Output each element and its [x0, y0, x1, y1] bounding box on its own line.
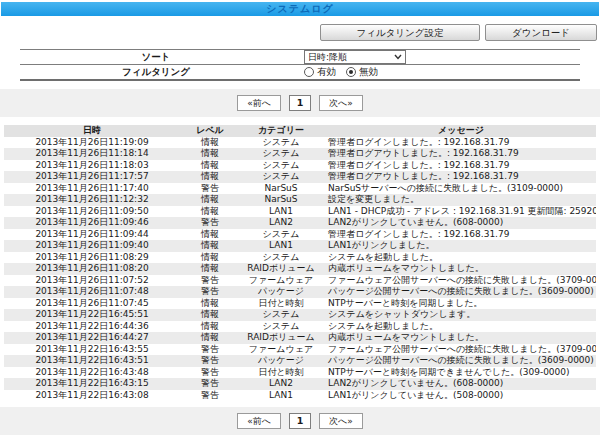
- log-level: 情報: [180, 137, 240, 149]
- log-message: 設定を変更しました。: [322, 194, 596, 206]
- log-date: 2013年11月22日16:44:27: [4, 332, 180, 344]
- log-category: パッケージ: [240, 286, 322, 298]
- log-level: 情報: [180, 229, 240, 241]
- log-message: LAN2がリンクしていません。(608-0000): [322, 378, 596, 390]
- log-category: システム: [240, 137, 322, 149]
- log-date: 2013年11月26日11:09:44: [4, 229, 180, 241]
- log-message: 管理者ログインしました。: 192.168.31.79: [322, 160, 596, 172]
- table-row: 2013年11月26日11:09:50 情報 LAN1 LAN1 - DHCP成…: [4, 206, 596, 218]
- log-category: 日付と時刻: [240, 298, 322, 310]
- filter-settings-button[interactable]: フィルタリング設定: [320, 24, 480, 41]
- log-category: NarSuS: [240, 183, 322, 195]
- log-message: ファームウェア公開サーバーへの接続に失敗しました。(3709-0000): [322, 275, 596, 287]
- pagination-top: «前へ 1 次へ»: [0, 89, 600, 117]
- col-header-category: カテゴリー: [240, 125, 322, 137]
- log-date: 2013年11月26日11:17:57: [4, 171, 180, 183]
- sort-select[interactable]: 日時:降順: [304, 50, 406, 64]
- filtering-row: フィルタリング 有効 無効: [20, 65, 580, 81]
- log-message: 内蔵ボリュームをマウントしました。: [322, 332, 596, 344]
- table-row: 2013年11月26日11:07:52 警告 ファームウェア ファームウェア公開…: [4, 275, 596, 287]
- log-date: 2013年11月26日11:19:09: [4, 137, 180, 149]
- log-message: LAN2がリンクしていません。(608-0000): [322, 217, 596, 229]
- log-message: NTPサーバーと時刻を同期できませんでした。(309-0000): [322, 367, 596, 379]
- table-row: 2013年11月22日16:44:36 情報 システム システムを起動しました。: [4, 321, 596, 333]
- log-message: LAN1 - DHCP成功 - アドレス : 192.168.31.91 更新間…: [322, 206, 596, 218]
- log-message: 内蔵ボリュームをマウントしました。: [322, 263, 596, 275]
- log-date: 2013年11月26日11:07:52: [4, 275, 180, 287]
- log-category: NarSuS: [240, 194, 322, 206]
- table-row: 2013年11月26日11:07:45 情報 日付と時刻 NTPサーバーと時刻を…: [4, 298, 596, 310]
- download-button[interactable]: ダウンロード: [485, 24, 597, 41]
- log-date: 2013年11月22日16:43:48: [4, 367, 180, 379]
- table-row: 2013年11月26日11:18:03 情報 システム 管理者ログインしました。…: [4, 160, 596, 172]
- table-row: 2013年11月26日11:19:09 情報 システム 管理者ログインしました。…: [4, 137, 596, 149]
- log-date: 2013年11月26日11:12:32: [4, 194, 180, 206]
- pagination-bottom: «前へ 1 次へ»: [0, 407, 600, 435]
- log-category: システム: [240, 309, 322, 321]
- log-message: システムを起動しました。: [322, 321, 596, 333]
- log-date: 2013年11月22日16:44:36: [4, 321, 180, 333]
- log-level: 情報: [180, 263, 240, 275]
- table-header-row: 日時 レベル カテゴリー メッセージ: [4, 125, 596, 137]
- log-message: NTPサーバーと時刻を同期しました。: [322, 298, 596, 310]
- log-level: 情報: [180, 309, 240, 321]
- table-row: 2013年11月26日11:08:20 情報 RAIDボリューム 内蔵ボリューム…: [4, 263, 596, 275]
- log-level: 情報: [180, 171, 240, 183]
- sort-row: ソート 日時:降順: [20, 50, 580, 65]
- log-category: ファームウェア: [240, 275, 322, 287]
- table-row: 2013年11月26日11:17:57 情報 システム 管理者ログアウトしました…: [4, 171, 596, 183]
- col-header-level: レベル: [180, 125, 240, 137]
- log-category: LAN2: [240, 217, 322, 229]
- log-level: 警告: [180, 275, 240, 287]
- current-page-box-bottom[interactable]: 1: [289, 413, 311, 429]
- log-date: 2013年11月26日11:07:48: [4, 286, 180, 298]
- log-message: 管理者ログインしました。: 192.168.31.79: [322, 137, 596, 149]
- log-message: LAN1がリンクしていません。(508-0000): [322, 390, 596, 402]
- log-category: RAIDボリューム: [240, 332, 322, 344]
- prev-page-button-bottom[interactable]: «前へ: [237, 413, 281, 429]
- log-date: 2013年11月26日11:09:50: [4, 206, 180, 218]
- next-page-button[interactable]: 次へ»: [319, 95, 363, 111]
- log-date: 2013年11月26日11:17:40: [4, 183, 180, 195]
- log-level: 情報: [180, 194, 240, 206]
- log-level: 情報: [180, 332, 240, 344]
- table-row: 2013年11月26日11:09:46 警告 LAN2 LAN2がリンクしていま…: [4, 217, 596, 229]
- page-title: システムログ: [1, 2, 599, 16]
- log-message: NarSuSサーバーへの接続に失敗しました。(3109-0000): [322, 183, 596, 195]
- sort-select-value: 日時:降順: [308, 51, 347, 64]
- log-level: 情報: [180, 148, 240, 160]
- filter-enabled-radio[interactable]: 有効: [304, 66, 336, 79]
- log-date: 2013年11月26日11:09:40: [4, 240, 180, 252]
- next-page-button-bottom[interactable]: 次へ»: [319, 413, 363, 429]
- log-message: システムを起動しました。: [322, 252, 596, 264]
- table-row: 2013年11月22日16:43:15 警告 LAN2 LAN2がリンクしていま…: [4, 378, 596, 390]
- log-options-form: ソート 日時:降順 フィルタリング 有効 無効: [20, 49, 580, 81]
- table-row: 2013年11月22日16:43:55 警告 ファームウェア ファームウェア公開…: [4, 344, 596, 356]
- table-row: 2013年11月22日16:43:08 警告 LAN1 LAN1がリンクしていま…: [4, 390, 596, 402]
- log-category: LAN1: [240, 390, 322, 402]
- log-category: ファームウェア: [240, 344, 322, 356]
- table-row: 2013年11月22日16:43:48 警告 日付と時刻 NTPサーバーと時刻を…: [4, 367, 596, 379]
- log-category: システム: [240, 148, 322, 160]
- log-level: 情報: [180, 160, 240, 172]
- log-message: ファームウェア公開サーバーへの接続に失敗しました。(3709-0000): [322, 344, 596, 356]
- log-category: システム: [240, 229, 322, 241]
- log-level: 警告: [180, 183, 240, 195]
- log-category: システム: [240, 160, 322, 172]
- table-row: 2013年11月26日11:18:14 情報 システム 管理者ログアウトしました…: [4, 148, 596, 160]
- log-level: 警告: [180, 355, 240, 367]
- filter-disabled-radio[interactable]: 無効: [346, 66, 378, 79]
- log-category: LAN2: [240, 378, 322, 390]
- log-date: 2013年11月22日16:43:15: [4, 378, 180, 390]
- log-message: 管理者ログアウトしました。: 192.168.31.79: [322, 171, 596, 183]
- current-page-box[interactable]: 1: [289, 95, 311, 111]
- table-row: 2013年11月26日11:08:29 情報 システム システムを起動しました。: [4, 252, 596, 264]
- log-category: システム: [240, 252, 322, 264]
- table-row: 2013年11月26日11:09:40 情報 LAN1 LAN1がリンクしました…: [4, 240, 596, 252]
- prev-page-button[interactable]: «前へ: [237, 95, 281, 111]
- system-log-page: システムログ フィルタリング設定 ダウンロード ソート 日時:降順 フィルタリン…: [0, 2, 600, 435]
- log-category: パッケージ: [240, 355, 322, 367]
- log-level: 警告: [180, 286, 240, 298]
- col-header-date: 日時: [4, 125, 180, 137]
- table-row: 2013年11月26日11:09:44 情報 システム 管理者ログインしました。…: [4, 229, 596, 241]
